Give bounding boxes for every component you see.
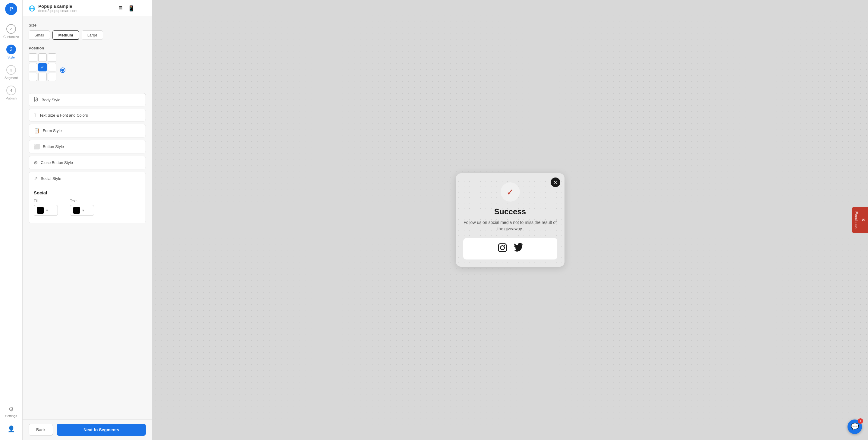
twitter-icon[interactable] <box>513 243 523 255</box>
svg-point-1 <box>500 246 504 250</box>
text-label: Text <box>70 199 94 203</box>
form-style-item[interactable]: 📋 Form Style <box>29 124 146 137</box>
button-style-label: Button Style <box>43 144 64 149</box>
text-size-font-item[interactable]: T Text Size & Font and Colors <box>29 109 146 121</box>
fill-color-swatch <box>37 207 44 214</box>
next-to-segments-button[interactable]: Next to Segments <box>57 424 146 436</box>
button-style-item[interactable]: ⬜ Button Style <box>29 140 146 153</box>
chat-bubble-button[interactable]: 💬 1 <box>847 419 862 434</box>
form-style-label: Form Style <box>43 128 62 133</box>
form-style-icon: 📋 <box>34 128 40 133</box>
pos-top-left[interactable] <box>29 53 37 62</box>
text-chevron-icon: ▾ <box>82 208 84 213</box>
social-icons-box <box>463 238 557 259</box>
size-large-button[interactable]: Large <box>82 30 103 40</box>
position-section-title: Position <box>29 46 146 50</box>
color-row: Fill ▾ Text ▾ <box>34 199 141 216</box>
feedback-tab[interactable]: ✉ Feedback <box>852 207 868 233</box>
sidebar-label-publish: Publish <box>6 96 17 100</box>
pos-mid-center[interactable] <box>38 63 47 71</box>
svg-rect-0 <box>498 244 506 252</box>
sidebar-label-style: Style <box>7 56 15 59</box>
fill-color-col: Fill ▾ <box>34 199 58 216</box>
left-sidebar: P ✓ Customize 2 Style 3 Segment 4 Publis… <box>0 0 23 440</box>
sidebar-item-customize[interactable]: ✓ Customize <box>0 21 22 41</box>
popup-close-button[interactable]: ✕ <box>551 178 560 187</box>
fill-label: Fill <box>34 199 58 203</box>
popup-description: Follow us on social media not to miss th… <box>463 219 557 232</box>
popup-preview-card: ✕ ✓ Success Follow us on social media no… <box>456 173 564 267</box>
step-circle-style: 2 <box>6 44 16 54</box>
fill-color-picker[interactable]: ▾ <box>34 205 58 216</box>
more-options-button[interactable]: ⋮ <box>138 4 146 13</box>
text-color-col: Text ▾ <box>70 199 94 216</box>
position-grid <box>29 53 56 81</box>
header-globe-icon: 🌐 <box>29 5 35 12</box>
body-style-label: Body Style <box>41 98 60 102</box>
pos-top-right[interactable] <box>48 53 56 62</box>
pos-top-center[interactable] <box>38 53 47 62</box>
chat-icon: 💬 <box>851 423 859 431</box>
text-color-swatch <box>73 207 80 214</box>
panel-footer: Back Next to Segments <box>23 419 152 440</box>
panel-header: 🌐 Popup Example demo2.popupsmart.com 🖥 📱… <box>23 0 152 17</box>
position-radio-indicator <box>60 67 65 73</box>
social-section-title: Social <box>34 190 141 195</box>
fill-chevron-icon: ▾ <box>46 208 48 213</box>
size-medium-button[interactable]: Medium <box>53 30 79 40</box>
instagram-icon[interactable] <box>498 243 507 255</box>
app-logo[interactable]: P <box>5 3 17 15</box>
pos-bot-left[interactable] <box>29 73 37 81</box>
popup-subtitle: demo2.popupsmart.com <box>38 9 77 13</box>
social-style-header[interactable]: ↗ Social Style <box>29 172 146 185</box>
body-style-item[interactable]: 🖼 Body Style <box>29 93 146 106</box>
sidebar-label-customize: Customize <box>3 35 19 38</box>
social-style-header-label: Social Style <box>41 176 61 181</box>
pos-bot-right[interactable] <box>48 73 56 81</box>
button-style-icon: ⬜ <box>34 144 40 150</box>
social-style-body: Social Fill ▾ Text ▾ <box>29 185 146 223</box>
feedback-label: Feedback <box>854 211 859 228</box>
size-section-title: Size <box>29 23 146 27</box>
back-button[interactable]: Back <box>29 424 53 436</box>
sidebar-label-settings: Settings <box>5 414 17 418</box>
body-style-icon: 🖼 <box>34 97 38 102</box>
close-button-label: Close Button Style <box>41 160 73 165</box>
close-button-icon: ⊗ <box>34 160 38 165</box>
social-style-header-icon: ↗ <box>34 176 38 182</box>
sidebar-label-segment: Segment <box>4 76 18 80</box>
sidebar-item-segment[interactable]: 3 Segment <box>0 62 22 83</box>
text-icon: T <box>34 113 36 118</box>
sidebar-item-style[interactable]: 2 Style <box>0 41 22 62</box>
svg-point-2 <box>504 245 505 246</box>
mobile-view-button[interactable]: 📱 <box>127 4 135 13</box>
chat-badge: 1 <box>858 418 863 424</box>
close-button-style-item[interactable]: ⊗ Close Button Style <box>29 156 146 169</box>
text-size-font-label: Text Size & Font and Colors <box>39 113 88 118</box>
sidebar-item-publish[interactable]: 4 Publish <box>0 83 22 103</box>
text-color-picker[interactable]: ▾ <box>70 205 94 216</box>
panel-content: Size Small Medium Large Position <box>23 17 152 419</box>
popup-title-header: Popup Example <box>38 4 77 9</box>
preview-area: ✕ ✓ Success Follow us on social media no… <box>152 0 868 440</box>
sidebar-item-profile[interactable]: 👤 <box>5 422 17 436</box>
pos-mid-left[interactable] <box>29 63 37 71</box>
sidebar-item-settings[interactable]: ⚙ Settings <box>5 403 17 421</box>
feedback-icon: ✉ <box>861 218 866 222</box>
desktop-view-button[interactable]: 🖥 <box>116 4 124 13</box>
size-button-group: Small Medium Large <box>29 30 146 40</box>
pos-mid-right[interactable] <box>48 63 56 71</box>
size-small-button[interactable]: Small <box>29 30 50 40</box>
popup-check-icon: ✓ <box>501 182 520 201</box>
settings-panel: 🌐 Popup Example demo2.popupsmart.com 🖥 📱… <box>23 0 152 440</box>
device-toggle-group: 🖥 📱 ⋮ <box>116 4 146 13</box>
popup-success-title: Success <box>463 207 557 216</box>
pos-bot-center[interactable] <box>38 73 47 81</box>
social-style-card: ↗ Social Style Social Fill ▾ Text <box>29 172 146 223</box>
